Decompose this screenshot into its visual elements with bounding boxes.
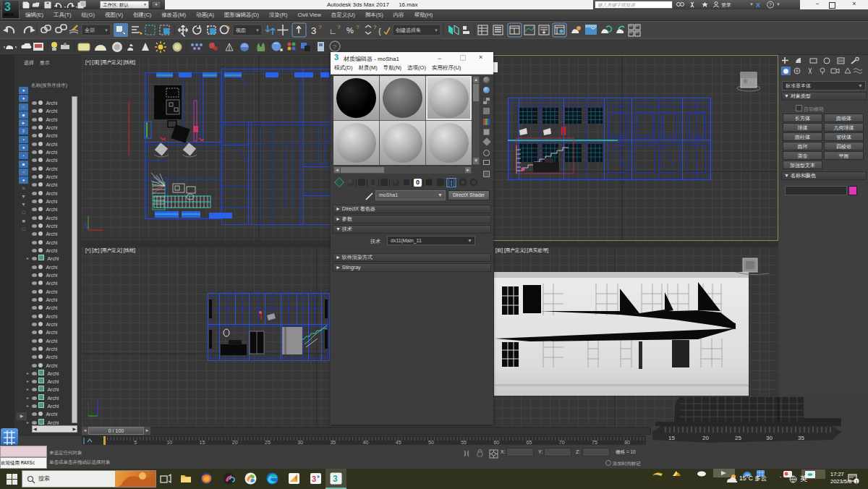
svg-text:15: 15 <box>200 440 205 445</box>
svg-text:?: ? <box>769 2 772 7</box>
svg-text:60: 60 <box>493 440 499 445</box>
svg-text:创建选择集: 创建选择集 <box>396 27 421 33</box>
svg-text:30: 30 <box>297 440 303 445</box>
svg-text:55: 55 <box>461 440 467 445</box>
svg-text:▼: ▼ <box>776 2 780 7</box>
svg-text:3: 3 <box>312 475 316 483</box>
svg-text:40: 40 <box>363 440 369 445</box>
svg-text:▼: ▼ <box>104 28 109 33</box>
svg-text:▼: ▼ <box>255 28 260 33</box>
svg-text:∟: ∟ <box>329 27 337 35</box>
svg-text:3: 3 <box>333 474 338 484</box>
svg-text:视图: 视图 <box>236 27 246 33</box>
svg-text:登录: 登录 <box>721 2 731 8</box>
svg-text:25: 25 <box>265 440 271 445</box>
svg-text:75: 75 <box>592 440 597 445</box>
svg-text:5: 5 <box>134 440 137 445</box>
svg-text:80: 80 <box>624 440 630 445</box>
svg-text:?: ? <box>356 24 359 30</box>
svg-text:35: 35 <box>798 435 804 441</box>
svg-text:{: { <box>378 27 381 35</box>
svg-text:10: 10 <box>166 440 172 445</box>
svg-text:%: % <box>346 26 354 35</box>
svg-text:70: 70 <box>559 440 565 445</box>
svg-text:X: X <box>756 1 760 9</box>
svg-text:50: 50 <box>428 440 434 445</box>
svg-text:30: 30 <box>766 435 773 441</box>
svg-text:25: 25 <box>735 435 741 441</box>
svg-text:?: ? <box>373 24 377 30</box>
svg-text:15: 15 <box>668 435 675 441</box>
svg-text:全部: 全部 <box>85 27 95 33</box>
svg-text:▼: ▼ <box>749 2 754 7</box>
svg-text:35: 35 <box>330 440 336 445</box>
svg-text:?: ? <box>337 24 341 30</box>
svg-text:20: 20 <box>232 440 238 445</box>
svg-text:45: 45 <box>396 440 401 445</box>
svg-text:▼: ▼ <box>434 28 438 33</box>
svg-text:20: 20 <box>702 435 709 441</box>
svg-text:65: 65 <box>527 440 532 445</box>
svg-text:3: 3 <box>311 25 316 36</box>
svg-text:?: ? <box>333 43 336 51</box>
svg-text:?: ? <box>318 24 322 30</box>
